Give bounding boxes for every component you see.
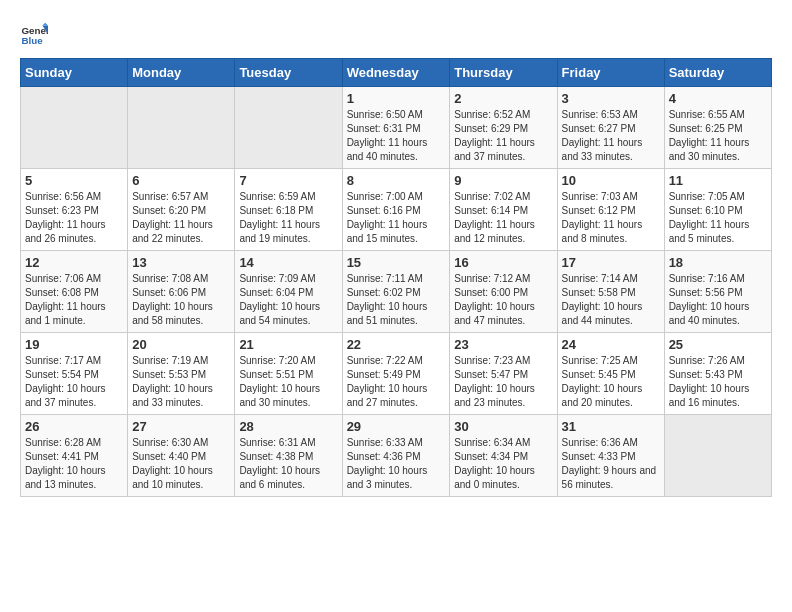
day-info: Sunrise: 7:17 AM Sunset: 5:54 PM Dayligh… <box>25 354 123 410</box>
calendar-cell <box>21 87 128 169</box>
day-number: 22 <box>347 337 446 352</box>
day-info: Sunrise: 7:26 AM Sunset: 5:43 PM Dayligh… <box>669 354 767 410</box>
calendar-cell: 30Sunrise: 6:34 AM Sunset: 4:34 PM Dayli… <box>450 415 557 497</box>
calendar-cell: 6Sunrise: 6:57 AM Sunset: 6:20 PM Daylig… <box>128 169 235 251</box>
svg-marker-3 <box>42 23 48 26</box>
weekday-header-thursday: Thursday <box>450 59 557 87</box>
day-info: Sunrise: 7:16 AM Sunset: 5:56 PM Dayligh… <box>669 272 767 328</box>
day-info: Sunrise: 6:31 AM Sunset: 4:38 PM Dayligh… <box>239 436 337 492</box>
calendar-cell: 13Sunrise: 7:08 AM Sunset: 6:06 PM Dayli… <box>128 251 235 333</box>
calendar-cell <box>128 87 235 169</box>
calendar-cell: 17Sunrise: 7:14 AM Sunset: 5:58 PM Dayli… <box>557 251 664 333</box>
day-number: 11 <box>669 173 767 188</box>
day-info: Sunrise: 7:23 AM Sunset: 5:47 PM Dayligh… <box>454 354 552 410</box>
day-number: 19 <box>25 337 123 352</box>
day-number: 17 <box>562 255 660 270</box>
day-number: 20 <box>132 337 230 352</box>
day-info: Sunrise: 7:09 AM Sunset: 6:04 PM Dayligh… <box>239 272 337 328</box>
weekday-header-saturday: Saturday <box>664 59 771 87</box>
calendar-cell: 21Sunrise: 7:20 AM Sunset: 5:51 PM Dayli… <box>235 333 342 415</box>
calendar-cell: 20Sunrise: 7:19 AM Sunset: 5:53 PM Dayli… <box>128 333 235 415</box>
calendar-cell: 28Sunrise: 6:31 AM Sunset: 4:38 PM Dayli… <box>235 415 342 497</box>
day-info: Sunrise: 7:08 AM Sunset: 6:06 PM Dayligh… <box>132 272 230 328</box>
day-number: 27 <box>132 419 230 434</box>
day-number: 12 <box>25 255 123 270</box>
day-number: 23 <box>454 337 552 352</box>
calendar-cell: 12Sunrise: 7:06 AM Sunset: 6:08 PM Dayli… <box>21 251 128 333</box>
day-info: Sunrise: 7:20 AM Sunset: 5:51 PM Dayligh… <box>239 354 337 410</box>
day-info: Sunrise: 6:30 AM Sunset: 4:40 PM Dayligh… <box>132 436 230 492</box>
day-info: Sunrise: 7:25 AM Sunset: 5:45 PM Dayligh… <box>562 354 660 410</box>
calendar-cell: 10Sunrise: 7:03 AM Sunset: 6:12 PM Dayli… <box>557 169 664 251</box>
day-number: 2 <box>454 91 552 106</box>
day-number: 10 <box>562 173 660 188</box>
day-info: Sunrise: 6:59 AM Sunset: 6:18 PM Dayligh… <box>239 190 337 246</box>
calendar-cell: 7Sunrise: 6:59 AM Sunset: 6:18 PM Daylig… <box>235 169 342 251</box>
day-number: 28 <box>239 419 337 434</box>
calendar-cell: 3Sunrise: 6:53 AM Sunset: 6:27 PM Daylig… <box>557 87 664 169</box>
weekday-header-sunday: Sunday <box>21 59 128 87</box>
day-info: Sunrise: 6:34 AM Sunset: 4:34 PM Dayligh… <box>454 436 552 492</box>
weekday-header-tuesday: Tuesday <box>235 59 342 87</box>
calendar-cell: 14Sunrise: 7:09 AM Sunset: 6:04 PM Dayli… <box>235 251 342 333</box>
day-number: 30 <box>454 419 552 434</box>
calendar-cell: 24Sunrise: 7:25 AM Sunset: 5:45 PM Dayli… <box>557 333 664 415</box>
calendar-cell: 1Sunrise: 6:50 AM Sunset: 6:31 PM Daylig… <box>342 87 450 169</box>
day-info: Sunrise: 6:57 AM Sunset: 6:20 PM Dayligh… <box>132 190 230 246</box>
calendar-week-3: 12Sunrise: 7:06 AM Sunset: 6:08 PM Dayli… <box>21 251 772 333</box>
day-info: Sunrise: 7:11 AM Sunset: 6:02 PM Dayligh… <box>347 272 446 328</box>
day-info: Sunrise: 7:19 AM Sunset: 5:53 PM Dayligh… <box>132 354 230 410</box>
calendar-table: SundayMondayTuesdayWednesdayThursdayFrid… <box>20 58 772 497</box>
day-number: 31 <box>562 419 660 434</box>
calendar-week-5: 26Sunrise: 6:28 AM Sunset: 4:41 PM Dayli… <box>21 415 772 497</box>
day-info: Sunrise: 7:03 AM Sunset: 6:12 PM Dayligh… <box>562 190 660 246</box>
logo: General Blue <box>20 20 48 48</box>
day-number: 3 <box>562 91 660 106</box>
calendar-cell: 11Sunrise: 7:05 AM Sunset: 6:10 PM Dayli… <box>664 169 771 251</box>
page-header: General Blue <box>20 20 772 48</box>
calendar-cell: 9Sunrise: 7:02 AM Sunset: 6:14 PM Daylig… <box>450 169 557 251</box>
day-info: Sunrise: 6:53 AM Sunset: 6:27 PM Dayligh… <box>562 108 660 164</box>
calendar-cell: 31Sunrise: 6:36 AM Sunset: 4:33 PM Dayli… <box>557 415 664 497</box>
calendar-week-1: 1Sunrise: 6:50 AM Sunset: 6:31 PM Daylig… <box>21 87 772 169</box>
weekday-header-monday: Monday <box>128 59 235 87</box>
calendar-cell: 18Sunrise: 7:16 AM Sunset: 5:56 PM Dayli… <box>664 251 771 333</box>
day-number: 9 <box>454 173 552 188</box>
day-info: Sunrise: 6:33 AM Sunset: 4:36 PM Dayligh… <box>347 436 446 492</box>
day-number: 24 <box>562 337 660 352</box>
calendar-cell: 15Sunrise: 7:11 AM Sunset: 6:02 PM Dayli… <box>342 251 450 333</box>
day-number: 18 <box>669 255 767 270</box>
logo-icon: General Blue <box>20 20 48 48</box>
calendar-week-4: 19Sunrise: 7:17 AM Sunset: 5:54 PM Dayli… <box>21 333 772 415</box>
svg-text:Blue: Blue <box>21 35 43 46</box>
day-info: Sunrise: 6:55 AM Sunset: 6:25 PM Dayligh… <box>669 108 767 164</box>
day-number: 13 <box>132 255 230 270</box>
day-number: 1 <box>347 91 446 106</box>
weekday-header-friday: Friday <box>557 59 664 87</box>
day-number: 29 <box>347 419 446 434</box>
calendar-cell: 2Sunrise: 6:52 AM Sunset: 6:29 PM Daylig… <box>450 87 557 169</box>
day-number: 16 <box>454 255 552 270</box>
calendar-cell: 22Sunrise: 7:22 AM Sunset: 5:49 PM Dayli… <box>342 333 450 415</box>
day-info: Sunrise: 6:28 AM Sunset: 4:41 PM Dayligh… <box>25 436 123 492</box>
day-number: 7 <box>239 173 337 188</box>
weekday-header-wednesday: Wednesday <box>342 59 450 87</box>
calendar-cell: 23Sunrise: 7:23 AM Sunset: 5:47 PM Dayli… <box>450 333 557 415</box>
day-info: Sunrise: 6:52 AM Sunset: 6:29 PM Dayligh… <box>454 108 552 164</box>
day-info: Sunrise: 6:36 AM Sunset: 4:33 PM Dayligh… <box>562 436 660 492</box>
day-info: Sunrise: 6:50 AM Sunset: 6:31 PM Dayligh… <box>347 108 446 164</box>
day-number: 21 <box>239 337 337 352</box>
calendar-cell: 5Sunrise: 6:56 AM Sunset: 6:23 PM Daylig… <box>21 169 128 251</box>
day-info: Sunrise: 7:06 AM Sunset: 6:08 PM Dayligh… <box>25 272 123 328</box>
day-number: 25 <box>669 337 767 352</box>
calendar-cell: 16Sunrise: 7:12 AM Sunset: 6:00 PM Dayli… <box>450 251 557 333</box>
calendar-cell: 19Sunrise: 7:17 AM Sunset: 5:54 PM Dayli… <box>21 333 128 415</box>
calendar-week-2: 5Sunrise: 6:56 AM Sunset: 6:23 PM Daylig… <box>21 169 772 251</box>
day-info: Sunrise: 7:05 AM Sunset: 6:10 PM Dayligh… <box>669 190 767 246</box>
calendar-cell <box>235 87 342 169</box>
weekday-header-row: SundayMondayTuesdayWednesdayThursdayFrid… <box>21 59 772 87</box>
calendar-cell: 29Sunrise: 6:33 AM Sunset: 4:36 PM Dayli… <box>342 415 450 497</box>
calendar-cell <box>664 415 771 497</box>
calendar-cell: 25Sunrise: 7:26 AM Sunset: 5:43 PM Dayli… <box>664 333 771 415</box>
day-info: Sunrise: 7:12 AM Sunset: 6:00 PM Dayligh… <box>454 272 552 328</box>
